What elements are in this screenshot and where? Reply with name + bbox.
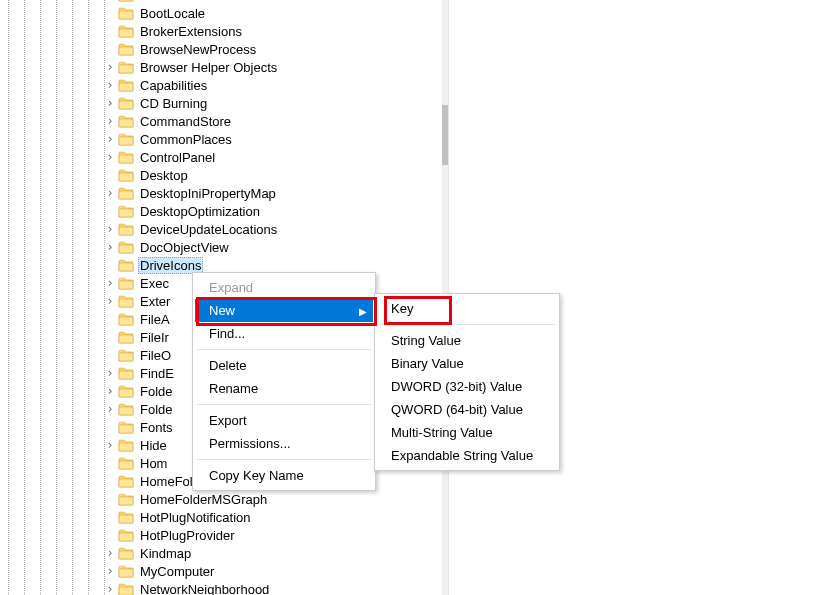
expander-icon[interactable]: › [104, 241, 116, 254]
tree-item[interactable]: BrokerExtensions [0, 22, 244, 40]
tree-item[interactable]: ›DesktopIniPropertyMap [0, 184, 278, 202]
tree-item-label[interactable]: BrokerExtensions [138, 24, 244, 39]
menu-item[interactable]: String Value [377, 329, 557, 352]
tree-item-label[interactable]: HotPlugNotification [138, 510, 253, 525]
expander-icon[interactable]: › [104, 277, 116, 290]
tree-item[interactable]: ›Browser Helper Objects [0, 58, 279, 76]
tree-item-label[interactable]: HomeFolderMSGraph [138, 492, 269, 507]
tree-item[interactable]: ›FindE [0, 364, 176, 382]
tree-item-label[interactable]: Capabilities [138, 78, 209, 93]
menu-item[interactable]: DWORD (32-bit) Value [377, 375, 557, 398]
tree-item-label[interactable]: Exter [138, 294, 172, 309]
tree-item-label[interactable]: Hide [138, 438, 169, 453]
tree-item-label[interactable]: HotPlugProvider [138, 528, 237, 543]
tree-item[interactable]: BootLocale [0, 4, 207, 22]
expander-icon[interactable]: › [104, 79, 116, 92]
tree-item-label[interactable]: DocObjectView [138, 240, 231, 255]
expander-icon[interactable]: › [104, 547, 116, 560]
tree-item[interactable]: HotPlugProvider [0, 526, 237, 544]
tree-item-label[interactable]: BrowseNewProcess [138, 42, 258, 57]
tree-item[interactable]: ›MyComputer [0, 562, 216, 580]
tree-item-label[interactable]: CommandStore [138, 114, 233, 129]
tree-item-label[interactable]: Hom [138, 456, 169, 471]
tree-item[interactable]: ›CommonPlaces [0, 130, 234, 148]
expander-icon[interactable]: › [104, 565, 116, 578]
expander-icon[interactable]: › [104, 151, 116, 164]
tree-item-label[interactable]: Exec [138, 276, 171, 291]
expander-icon[interactable]: › [104, 223, 116, 236]
tree-item-label[interactable]: DesktopIniPropertyMap [138, 186, 278, 201]
menu-item[interactable]: New▶ [195, 299, 373, 322]
tree-item-label[interactable]: FileA [138, 312, 172, 327]
expander-icon[interactable]: › [104, 295, 116, 308]
tree-item[interactable]: FileA [0, 310, 172, 328]
tree-item-label[interactable]: MyComputer [138, 564, 216, 579]
tree-item[interactable]: ›Kindmap [0, 544, 193, 562]
menu-item[interactable]: Binary Value [377, 352, 557, 375]
tree-item[interactable]: DesktopOptimization [0, 202, 262, 220]
menu-item[interactable]: QWORD (64-bit) Value [377, 398, 557, 421]
tree-item-label[interactable]: Folde [138, 384, 175, 399]
expander-icon[interactable]: › [104, 61, 116, 74]
expander-icon[interactable]: › [104, 367, 116, 380]
tree-item[interactable]: ›Folde [0, 400, 175, 418]
tree-item[interactable]: Hom [0, 454, 169, 472]
tree-item[interactable]: ›ControlPanel [0, 148, 217, 166]
tree-item-label[interactable]: Browser Helper Objects [138, 60, 279, 75]
context-menu[interactable]: ExpandNew▶Find...DeleteRenameExportPermi… [192, 272, 376, 491]
tree-item-label[interactable]: Fonts [138, 420, 175, 435]
expander-icon[interactable]: › [104, 187, 116, 200]
menu-item[interactable]: Find... [195, 322, 373, 345]
menu-item[interactable]: Multi-String Value [377, 421, 557, 444]
menu-item[interactable]: Delete [195, 354, 373, 377]
tree-item-label[interactable]: Kindmap [138, 546, 193, 561]
context-submenu-new[interactable]: KeyString ValueBinary ValueDWORD (32-bit… [374, 293, 560, 471]
tree-item[interactable]: ›DocObjectView [0, 238, 231, 256]
expander-icon[interactable]: › [104, 439, 116, 452]
tree-item[interactable]: BrowseNewProcess [0, 40, 258, 58]
tree-item[interactable]: FileIr [0, 328, 171, 346]
tree-item-label[interactable]: Folde [138, 402, 175, 417]
tree-item-label[interactable]: FindE [138, 366, 176, 381]
tree-item-label[interactable]: BootLocale [138, 6, 207, 21]
tree-item-label[interactable]: ControlPanel [138, 150, 217, 165]
tree-item[interactable]: ›Folde [0, 382, 175, 400]
menu-item[interactable]: Key [377, 297, 557, 320]
scroll-thumb[interactable] [442, 105, 448, 165]
tree-item-label[interactable]: CommonPlaces [138, 132, 234, 147]
tree-item[interactable]: ›CommandStore [0, 112, 233, 130]
tree-item[interactable]: DriveIcons [0, 256, 203, 274]
tree-item-label[interactable]: BannerStore [138, 0, 215, 3]
tree-item-label[interactable]: NetworkNeighborhood [138, 582, 271, 596]
tree-item-label[interactable]: DesktopOptimization [138, 204, 262, 219]
expander-icon[interactable]: › [104, 385, 116, 398]
tree-item[interactable]: ›DeviceUpdateLocations [0, 220, 279, 238]
tree-item-label[interactable]: CD Burning [138, 96, 209, 111]
tree-item[interactable]: ›Capabilities [0, 76, 209, 94]
expander-icon[interactable]: › [104, 133, 116, 146]
expander-icon[interactable]: › [104, 403, 116, 416]
tree-item-label[interactable]: DeviceUpdateLocations [138, 222, 279, 237]
tree-item-label[interactable]: FileIr [138, 330, 171, 345]
tree-item-label[interactable]: FileO [138, 348, 173, 363]
tree-item-label[interactable]: DriveIcons [138, 257, 203, 274]
tree-item[interactable]: HomeFolderMSGraph [0, 490, 269, 508]
tree-item[interactable]: Desktop [0, 166, 190, 184]
menu-item[interactable]: Expandable String Value [377, 444, 557, 467]
tree-item[interactable]: ›Exter [0, 292, 172, 310]
tree-item[interactable]: ›Hide [0, 436, 169, 454]
menu-item[interactable]: Copy Key Name [195, 464, 373, 487]
tree-item[interactable]: HotPlugNotification [0, 508, 253, 526]
tree-item-label[interactable]: Desktop [138, 168, 190, 183]
tree-item[interactable]: Fonts [0, 418, 175, 436]
menu-item[interactable]: Rename [195, 377, 373, 400]
menu-item[interactable]: Permissions... [195, 432, 373, 455]
tree-item[interactable]: FileO [0, 346, 173, 364]
menu-item[interactable]: Export [195, 409, 373, 432]
tree-item[interactable]: ›Exec [0, 274, 171, 292]
expander-icon[interactable]: › [104, 583, 116, 596]
tree-item[interactable]: ›NetworkNeighborhood [0, 580, 271, 595]
expander-icon[interactable]: › [104, 115, 116, 128]
expander-icon[interactable]: › [104, 97, 116, 110]
tree-item[interactable]: ›CD Burning [0, 94, 209, 112]
